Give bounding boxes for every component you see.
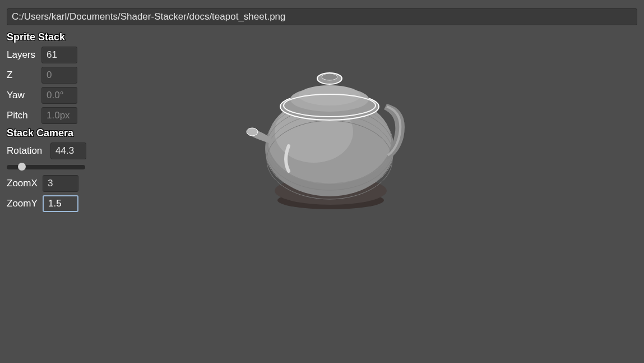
zoomy-row: ZoomY [7, 195, 86, 212]
yaw-label: Yaw [7, 90, 38, 101]
pitch-input[interactable] [41, 107, 77, 124]
yaw-row: Yaw [7, 87, 86, 104]
pitch-label: Pitch [7, 110, 38, 121]
z-label: Z [7, 70, 38, 81]
rotation-slider[interactable] [7, 163, 85, 171]
svg-point-9 [247, 128, 258, 136]
stack-camera-title: Stack Camera [7, 127, 86, 139]
pitch-row: Pitch [7, 107, 86, 124]
file-path-text: C:/Users/karl/Documents/Shader-Stacker/d… [12, 11, 286, 22]
layers-label: Layers [7, 49, 38, 61]
rotation-row: Rotation [7, 143, 86, 159]
zoomx-row: ZoomX [7, 175, 86, 192]
zoomx-input[interactable] [43, 175, 78, 192]
z-row: Z [7, 67, 86, 84]
rotation-input[interactable] [50, 143, 86, 159]
sprite-stack-title: Sprite Stack [7, 31, 86, 43]
layers-input[interactable] [41, 47, 77, 63]
rotation-label: Rotation [7, 145, 47, 157]
zoomx-label: ZoomX [7, 178, 39, 189]
svg-point-14 [322, 73, 337, 80]
yaw-input[interactable] [41, 87, 77, 104]
teapot-render [235, 48, 415, 216]
z-input[interactable] [41, 67, 77, 84]
zoomy-label: ZoomY [7, 198, 39, 209]
zoomy-input[interactable] [43, 195, 78, 212]
file-path-bar[interactable]: C:/Users/karl/Documents/Shader-Stacker/d… [7, 8, 637, 25]
controls-panel: Sprite Stack Layers Z Yaw Pitch Stack Ca… [7, 29, 86, 215]
layers-row: Layers [7, 47, 86, 63]
preview-viewport [235, 48, 415, 216]
